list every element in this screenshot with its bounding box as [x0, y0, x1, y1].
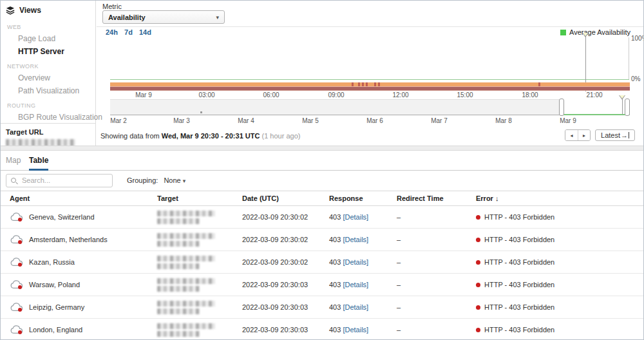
divider: [97, 26, 644, 27]
time-range-links: 24h 7d 14d: [106, 28, 156, 36]
details-link[interactable]: [Details]: [343, 326, 368, 334]
previous-round-button[interactable]: ◂: [565, 130, 578, 140]
agent-cell: London, England: [10, 325, 157, 334]
table-header: Agent Target Date (UTC) Response Redirec…: [1, 191, 643, 206]
response-cell: 403 [Details]: [329, 258, 397, 266]
search-input[interactable]: [22, 176, 106, 184]
error-dot-icon: [476, 238, 480, 242]
details-link[interactable]: [Details]: [343, 213, 368, 221]
agent-name: Kazan, Russia: [29, 258, 75, 266]
search-box[interactable]: [6, 174, 113, 187]
date-tick: Mar 6: [361, 117, 389, 124]
views-header: Views: [1, 1, 95, 19]
search-icon: [11, 178, 16, 183]
table-row[interactable]: Amsterdam, Netherlands 2022-03-09 20:30:…: [1, 229, 643, 251]
table-row[interactable]: London, England 2022-03-09 20:30:03 403 …: [1, 319, 643, 340]
brush-right-handle[interactable]: [625, 99, 630, 116]
error-cell: HTTP - 403 Forbidden: [476, 236, 643, 243]
agent-cell: Warsaw, Poland: [10, 280, 157, 289]
range-link-7d[interactable]: 7d: [124, 28, 133, 36]
chevron-down-icon: ▾: [183, 178, 186, 184]
redirect-time-cell: –: [397, 281, 476, 288]
cloud-agent-icon: [10, 303, 23, 312]
sort-descending-icon: ↓: [495, 194, 499, 202]
step-buttons: ◂ ▸: [565, 129, 591, 141]
table-row[interactable]: Geneva, Switzerland 2022-03-09 20:30:02 …: [1, 206, 643, 229]
error-dot-icon: [476, 260, 480, 265]
table-body: Geneva, Switzerland 2022-03-09 20:30:02 …: [1, 206, 643, 340]
column-header-date[interactable]: Date (UTC): [242, 194, 329, 202]
details-link[interactable]: [Details]: [343, 281, 368, 288]
brush-context-area[interactable]: [110, 99, 562, 115]
brush-cursor-handle-icon[interactable]: [619, 95, 625, 100]
metric-dropdown[interactable]: Availability ▾: [102, 10, 225, 24]
cloud-agent-icon: [10, 258, 23, 267]
agent-name: London, England: [29, 326, 82, 334]
column-header-error[interactable]: Error↓: [476, 194, 643, 202]
time-cursor-handle-icon[interactable]: [582, 33, 589, 37]
target-redacted-cell: [157, 211, 242, 224]
showing-prefix: Showing data from: [100, 132, 160, 140]
latest-button-label: Latest: [601, 131, 620, 139]
tab-map[interactable]: Map: [6, 151, 21, 171]
details-link[interactable]: [Details]: [343, 258, 368, 266]
details-link[interactable]: [Details]: [343, 303, 368, 311]
y-axis-max-label: 100%: [631, 35, 644, 42]
column-header-agent[interactable]: Agent: [10, 194, 157, 202]
brush-cursor-line[interactable]: [622, 99, 623, 115]
cloud-agent-icon: [10, 280, 23, 289]
table-row[interactable]: Kazan, Russia 2022-03-09 20:30:02 403 [D…: [1, 251, 643, 274]
column-header-redirect-time[interactable]: Redirect Time: [397, 194, 476, 202]
next-round-button[interactable]: ▸: [578, 130, 590, 140]
error-dot-icon: [476, 328, 480, 332]
target-redacted-cell: [157, 256, 242, 269]
grouping-dropdown[interactable]: None▾: [164, 176, 185, 184]
sidebar-item-http-server[interactable]: HTTP Server: [1, 45, 95, 58]
error-cell: HTTP - 403 Forbidden: [476, 258, 643, 266]
brush-left-handle[interactable]: [559, 99, 564, 116]
time-tick: 21:00: [580, 91, 609, 99]
app-window: Views WEB Page Load HTTP Server NETWORK …: [0, 0, 644, 340]
agent-name: Leipzig, Germany: [29, 303, 84, 311]
details-link[interactable]: [Details]: [343, 236, 368, 243]
sidebar-item-page-load[interactable]: Page Load: [1, 32, 95, 45]
sidebar-item-bgp-route-visualization[interactable]: BGP Route Visualization: [1, 111, 95, 124]
table-row[interactable]: Leipzig, Germany 2022-03-09 20:30:03 403…: [1, 296, 643, 319]
range-link-14d[interactable]: 14d: [139, 28, 151, 36]
redirect-time-cell: –: [397, 326, 476, 334]
sidebar-title: Views: [19, 6, 41, 15]
agent-error-dot: [18, 240, 22, 244]
sidebar-item-path-visualization[interactable]: Path Visualization: [1, 84, 95, 97]
error-dot-icon: [476, 305, 480, 310]
layers-icon: [6, 6, 15, 15]
error-cell: HTTP - 403 Forbidden: [476, 281, 643, 288]
table-row[interactable]: Warsaw, Poland 2022-03-09 20:30:03 403 […: [1, 274, 643, 296]
showing-range: Wed, Mar 9 20:30 - 20:31 UTC: [162, 132, 260, 140]
chart-legend: Average Availability: [560, 28, 630, 36]
agent-cell: Leipzig, Germany: [10, 303, 157, 312]
error-cell: HTTP - 403 Forbidden: [476, 213, 643, 221]
response-cell: 403 [Details]: [329, 213, 397, 221]
response-cell: 403 [Details]: [329, 281, 397, 288]
range-link-24h[interactable]: 24h: [106, 28, 118, 36]
time-tick: 03:00: [193, 91, 221, 99]
tab-table[interactable]: Table: [29, 151, 48, 171]
column-header-response[interactable]: Response: [329, 194, 397, 202]
cloud-agent-icon: [10, 325, 23, 334]
response-cell: 403 [Details]: [329, 326, 397, 334]
date-tick: Mar 3: [167, 117, 196, 124]
agent-name: Amsterdam, Netherlands: [29, 236, 108, 243]
column-header-target[interactable]: Target: [157, 194, 242, 202]
sidebar-item-overview[interactable]: Overview: [1, 71, 95, 84]
date-cell: 2022-03-09 20:30:03: [242, 303, 329, 311]
y-axis-line: [629, 37, 629, 80]
chevron-down-icon: ▾: [216, 14, 219, 21]
error-band[interactable]: [110, 82, 630, 91]
date-tick: Mar 5: [296, 117, 325, 124]
error-cell: HTTP - 403 Forbidden: [476, 303, 643, 311]
response-cell: 403 [Details]: [329, 303, 397, 311]
time-tick: Mar 9: [129, 91, 158, 99]
agent-error-dot: [18, 218, 22, 222]
latest-button[interactable]: Latest →: [595, 129, 635, 141]
date-cell: 2022-03-09 20:30:03: [242, 281, 329, 288]
